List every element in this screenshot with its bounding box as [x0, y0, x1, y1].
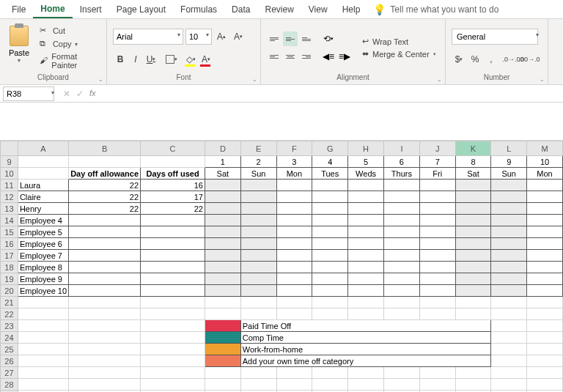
col-header-K[interactable]: K: [455, 141, 491, 156]
cell-C10[interactable]: Days off used: [141, 168, 205, 180]
cell-I10[interactable]: Thurs: [383, 168, 419, 180]
merge-center-button[interactable]: ⬌ Merge & Center ▾: [362, 49, 436, 59]
tab-help[interactable]: Help: [335, 1, 368, 18]
row-header-28[interactable]: 28: [1, 379, 18, 391]
cell-H20[interactable]: [348, 285, 384, 297]
cell-J10[interactable]: Fri: [419, 168, 455, 180]
cell-H18[interactable]: [348, 262, 384, 273]
cell-L22[interactable]: [491, 308, 527, 320]
cell-G28[interactable]: [312, 379, 348, 391]
tab-page-layout[interactable]: Page Layout: [109, 1, 173, 18]
cell-L23[interactable]: [491, 320, 527, 332]
cell-M25[interactable]: [527, 344, 563, 355]
cell-G16[interactable]: [312, 238, 348, 250]
row-header-20[interactable]: 20: [1, 285, 18, 297]
cell-G22[interactable]: [312, 308, 348, 320]
cell-K18[interactable]: [455, 262, 491, 273]
cell-J19[interactable]: [419, 273, 455, 285]
cell-F12[interactable]: [276, 191, 312, 203]
col-header-I[interactable]: I: [383, 141, 419, 156]
cell-F10[interactable]: Mon: [276, 168, 312, 180]
cell-G9[interactable]: 4: [312, 156, 348, 168]
cell-J21[interactable]: [419, 297, 455, 308]
cell-D19[interactable]: [205, 273, 240, 285]
wrap-text-button[interactable]: ↩ Wrap Text: [362, 37, 436, 46]
cell-E28[interactable]: [240, 379, 276, 391]
tab-home[interactable]: Home: [33, 1, 72, 18]
row-header-23[interactable]: 23: [1, 320, 18, 332]
cell-E14[interactable]: [240, 215, 276, 226]
cell-M26[interactable]: [527, 355, 563, 367]
cell-J11[interactable]: [419, 180, 455, 191]
tab-file[interactable]: File: [4, 1, 33, 18]
col-header-D[interactable]: D: [205, 141, 240, 156]
italic-button[interactable]: I: [128, 52, 143, 67]
cell-K13[interactable]: [455, 203, 491, 215]
cell-M17[interactable]: [527, 250, 563, 262]
cell-J13[interactable]: [419, 203, 455, 215]
col-header-M[interactable]: M: [527, 141, 563, 156]
cell-K11[interactable]: [455, 180, 491, 191]
fill-color-button[interactable]: ◇▾: [183, 52, 198, 67]
row-header-19[interactable]: 19: [1, 273, 18, 285]
percent-button[interactable]: %: [468, 52, 482, 67]
cell-A21[interactable]: [18, 297, 68, 308]
cell-J18[interactable]: [419, 262, 455, 273]
cell-H28[interactable]: [348, 379, 384, 391]
cell-M13[interactable]: [527, 203, 563, 215]
spreadsheet-grid[interactable]: ABCDEFGHIJKLM91234567891010Day off allow…: [0, 141, 563, 392]
cell-J16[interactable]: [419, 238, 455, 250]
cell-C9[interactable]: [141, 156, 205, 168]
cell-C24[interactable]: [141, 332, 205, 344]
cell-F28[interactable]: [276, 379, 312, 391]
cell-J15[interactable]: [419, 226, 455, 238]
cell-C18[interactable]: [141, 262, 205, 273]
row-header-11[interactable]: 11: [1, 180, 18, 191]
cell-E11[interactable]: [240, 180, 276, 191]
cell-A28[interactable]: [18, 379, 68, 391]
cell-J12[interactable]: [419, 191, 455, 203]
formula-input[interactable]: [102, 86, 563, 101]
name-box[interactable]: [3, 86, 54, 101]
cell-L12[interactable]: [491, 191, 527, 203]
cell-G21[interactable]: [312, 297, 348, 308]
col-header-B[interactable]: B: [69, 141, 141, 156]
cell-L24[interactable]: [491, 332, 527, 344]
cell-M9[interactable]: 10: [527, 156, 563, 168]
cell-D27[interactable]: [205, 367, 240, 379]
cell-B20[interactable]: [69, 285, 141, 297]
cell-A26[interactable]: [18, 355, 68, 367]
cell-M14[interactable]: [527, 215, 563, 226]
tell-me-search[interactable]: 💡 Tell me what you want to do: [373, 4, 498, 15]
cell-M27[interactable]: [527, 367, 563, 379]
cell-I18[interactable]: [383, 262, 419, 273]
cell-C25[interactable]: [141, 344, 205, 355]
cell-D14[interactable]: [205, 215, 240, 226]
cell-E15[interactable]: [240, 226, 276, 238]
cell-L11[interactable]: [491, 180, 527, 191]
cell-B10[interactable]: Day off allowance: [69, 168, 141, 180]
cell-C14[interactable]: [141, 215, 205, 226]
cell-D28[interactable]: [205, 379, 240, 391]
row-header-18[interactable]: 18: [1, 262, 18, 273]
accounting-format-button[interactable]: $▾: [452, 52, 466, 67]
col-header-A[interactable]: A: [18, 141, 68, 156]
cell-E27[interactable]: [240, 367, 276, 379]
cell-E9[interactable]: 2: [240, 156, 276, 168]
cell-C12[interactable]: 17: [141, 191, 205, 203]
cell-A12[interactable]: Claire: [18, 191, 68, 203]
cell-G15[interactable]: [312, 226, 348, 238]
cell-C11[interactable]: 16: [141, 180, 205, 191]
cell-A19[interactable]: Employee 9: [18, 273, 68, 285]
cell-K14[interactable]: [455, 215, 491, 226]
cell-K27[interactable]: [455, 367, 491, 379]
row-header-9[interactable]: 9: [1, 156, 18, 168]
cell-D26[interactable]: [205, 355, 240, 367]
cell-E12[interactable]: [240, 191, 276, 203]
cell-H19[interactable]: [348, 273, 384, 285]
increase-indent-button[interactable]: ≡▶: [337, 49, 352, 64]
cell-B13[interactable]: 22: [69, 203, 141, 215]
cell-D11[interactable]: [205, 180, 240, 191]
cell-A25[interactable]: [18, 344, 68, 355]
tab-insert[interactable]: Insert: [73, 1, 109, 18]
